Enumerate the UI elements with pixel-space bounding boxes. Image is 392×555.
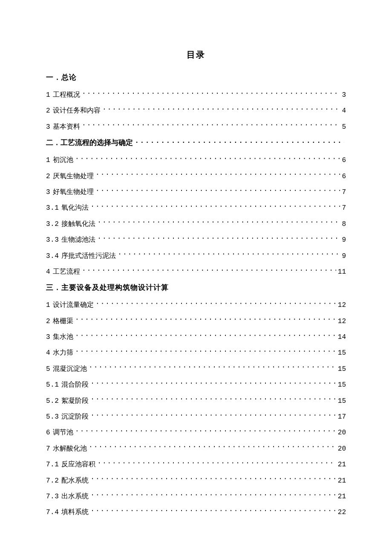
toc-entry-label: 调节池 [53, 428, 73, 437]
toc-leader [97, 235, 340, 242]
toc-entry: 7.4 填料系统 22 [46, 507, 346, 517]
toc-entry-label: 混凝沉淀池 [53, 364, 87, 373]
toc-leader [75, 332, 336, 339]
toc-entry-num: 3.2 [46, 220, 59, 229]
toc-entry-page: 17 [338, 412, 346, 422]
toc-entry: 4 水力筛 15 [46, 348, 346, 358]
toc-entry-num: 5.3 [46, 412, 59, 422]
toc-leader [90, 491, 336, 498]
toc-entry-page: 7 [342, 188, 346, 197]
section-heading-3: 三．主要设备及处理构筑物设计计算 [46, 283, 346, 292]
toc-entry-label: 格栅渠 [53, 316, 73, 326]
toc-leader [82, 90, 340, 97]
toc-entry: 5.2 絮凝阶段 15 [46, 396, 346, 406]
toc-leader [75, 155, 340, 162]
toc-entry-label: 工程概况 [53, 90, 80, 99]
toc-leader [82, 267, 336, 274]
toc-entry-label: 填料系统 [61, 507, 89, 517]
toc-entry-label: 反应池容积 [61, 460, 95, 469]
toc-leader [75, 428, 336, 434]
toc-entry: 5 混凝沉淀池 15 [46, 364, 346, 374]
toc-entry-label: 好氧生物处理 [53, 187, 94, 197]
toc-entry-label: 配水系统 [61, 476, 89, 485]
toc-entry-num: 3.1 [46, 203, 59, 213]
toc-entry-page: 15 [338, 364, 346, 374]
toc-entry-label: 接触氧化法 [61, 219, 95, 228]
toc-entry: 1 初沉池 6 [46, 155, 346, 165]
toc-entry-label: 基本资料 [53, 122, 80, 131]
toc-entry: 3.1 氧化沟法 7 [46, 203, 346, 213]
toc-entry: 3 好氧生物处理 7 [46, 187, 346, 197]
toc-entry-page: 15 [338, 348, 346, 358]
toc-entry: 7.2 配水系统 21 [46, 476, 346, 486]
toc-entry-label: 絮凝阶段 [61, 396, 89, 405]
toc-entry-label: 工艺流程 [53, 267, 80, 276]
toc-leader [135, 138, 344, 145]
toc-entry-num: 3 [46, 122, 50, 132]
toc-entry-num: 6 [46, 428, 50, 437]
toc-entry-num: 5.1 [46, 380, 59, 390]
toc-entry: 1 设计流量确定 12 [46, 300, 346, 310]
toc-entry-num: 5.2 [46, 396, 59, 406]
toc-entry-page: 15 [338, 396, 346, 406]
toc-entry-num: 3 [46, 188, 50, 197]
toc-leader [90, 396, 336, 403]
toc-leader [90, 203, 340, 210]
toc-leader [97, 460, 336, 466]
toc-leader [90, 412, 336, 419]
toc-entry-page: 9 [342, 235, 346, 245]
toc-entry-num: 1 [46, 301, 50, 310]
toc-entry-page: 15 [338, 380, 346, 390]
toc-entry: 3 基本资料 5 [46, 122, 346, 132]
toc-entry-page: 20 [338, 428, 346, 437]
toc-entry: 3.3 生物滤池法 9 [46, 235, 346, 245]
toc-entry: 7 水解酸化池 20 [46, 444, 346, 454]
toc-entry-num: 2 [46, 106, 50, 116]
toc-entry-page: 8 [342, 220, 346, 229]
toc-entry-label: 生物滤池法 [61, 235, 95, 244]
toc-leader [102, 106, 340, 113]
toc-entry-num: 5 [46, 364, 50, 374]
toc-leader [89, 364, 336, 371]
toc-entry: 2 格栅渠 12 [46, 316, 346, 326]
toc-entry-label: 初沉池 [53, 155, 73, 165]
toc-entry-page: 6 [342, 172, 346, 181]
toc-entry-label: 设计流量确定 [53, 300, 94, 309]
toc-entry-num: 4 [46, 267, 50, 277]
toc-entry-label: 混合阶段 [61, 380, 89, 389]
toc-entry-label: 水解酸化池 [53, 444, 87, 453]
toc-entry-num: 3.4 [46, 251, 59, 261]
toc-entry-page: 21 [338, 492, 346, 501]
toc-entry-num: 7 [46, 444, 50, 454]
toc-entry-page: 6 [342, 156, 346, 165]
toc-entry-page: 9 [342, 251, 346, 261]
toc-entry: 5.3 沉淀阶段 17 [46, 412, 346, 422]
toc-entry-label: 氧化沟法 [61, 203, 89, 212]
toc-title: 目录 [46, 49, 346, 61]
toc-entry-page: 21 [338, 476, 346, 486]
toc-entry-page: 4 [342, 106, 346, 116]
toc-entry-page: 21 [338, 460, 346, 469]
toc-entry-label: 水力筛 [53, 348, 73, 357]
toc-entry-num: 3 [46, 332, 50, 342]
toc-leader [75, 348, 336, 355]
toc-leader [95, 187, 340, 194]
toc-entry: 3.2 接触氧化法 8 [46, 219, 346, 229]
toc-entry-label: 出水系统 [61, 491, 89, 501]
toc-entry: 6 调节池 20 [46, 428, 346, 437]
section-heading-2: 二．工艺流程的选择与确定 [46, 138, 346, 147]
toc-entry-num: 1 [46, 156, 50, 165]
toc-entry-page: 11 [338, 267, 346, 277]
toc-leader [95, 300, 336, 307]
toc-leader [75, 316, 336, 323]
toc-entry-num: 1 [46, 90, 50, 100]
toc-entry-page: 14 [338, 332, 346, 342]
toc-entry-page: 12 [338, 317, 346, 326]
toc-entry-num: 7.1 [46, 460, 59, 469]
toc-entry-page: 20 [338, 444, 346, 454]
toc-entry-num: 4 [46, 348, 50, 358]
toc-entry-page: 7 [342, 203, 346, 213]
toc-entry-label: 集水池 [53, 332, 73, 341]
toc-entry-page: 12 [338, 301, 346, 310]
toc-entry-label: 沉淀阶段 [61, 412, 89, 421]
